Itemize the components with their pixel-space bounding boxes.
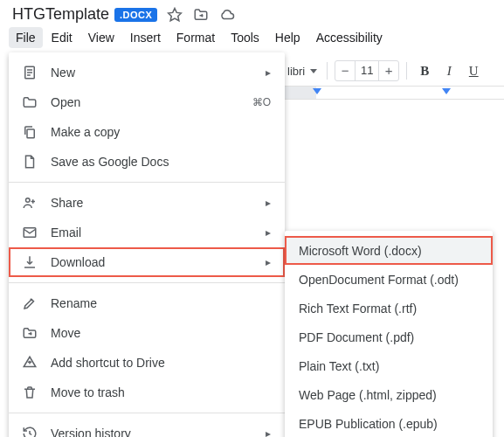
email-icon <box>21 224 38 241</box>
file-menu-version-history[interactable]: Version history ▸ <box>9 419 285 437</box>
ruler[interactable] <box>285 86 504 100</box>
toolbar-divider <box>327 62 328 80</box>
menu-tools[interactable]: Tools <box>224 27 266 48</box>
menu-item-label: Make a copy <box>51 125 271 139</box>
download-option-epub[interactable]: EPUB Publication (.epub) <box>285 409 493 437</box>
submenu-arrow-icon: ▸ <box>266 66 271 79</box>
trash-icon <box>21 384 38 401</box>
file-menu-move[interactable]: Move <box>9 318 285 348</box>
chevron-down-icon <box>310 69 317 73</box>
menu-insert[interactable]: Insert <box>123 27 168 48</box>
menu-item-label: Download <box>51 255 253 269</box>
submenu-item-label: Plain Text (.txt) <box>299 359 379 373</box>
drive-shortcut-icon <box>21 354 38 371</box>
menu-item-label: Share <box>51 196 253 210</box>
file-menu-save-as-google-docs[interactable]: Save as Google Docs <box>9 147 285 177</box>
folder-icon <box>21 94 38 111</box>
file-menu-share[interactable]: Share ▸ <box>9 188 285 218</box>
font-size-value[interactable]: 11 <box>355 61 379 80</box>
menu-separator <box>9 182 285 183</box>
submenu-arrow-icon: ▸ <box>266 226 271 239</box>
file-menu-new[interactable]: New ▸ <box>9 58 285 87</box>
file-menu-make-copy[interactable]: Make a copy <box>9 117 285 147</box>
menu-item-label: Email <box>51 225 253 239</box>
toolbar: libri − 11 + B I U <box>285 58 504 84</box>
pencil-icon <box>21 295 38 312</box>
menu-item-label: Open <box>51 95 240 109</box>
submenu-item-label: Web Page (.html, zipped) <box>299 388 437 402</box>
document-title[interactable]: HTGTemplate <box>12 5 109 24</box>
svg-rect-5 <box>27 129 34 138</box>
submenu-item-label: PDF Document (.pdf) <box>299 330 414 344</box>
keyboard-shortcut: ⌘O <box>252 96 271 108</box>
font-size-increase-button[interactable]: + <box>379 61 398 80</box>
document-icon <box>21 64 38 81</box>
menu-separator <box>9 413 285 413</box>
title-bar: HTGTemplate .DOCX <box>0 0 504 24</box>
menu-help[interactable]: Help <box>268 27 307 48</box>
menu-accessibility[interactable]: Accessibility <box>309 27 390 48</box>
font-size-decrease-button[interactable]: − <box>335 61 355 80</box>
menu-file[interactable]: File <box>9 27 43 48</box>
download-option-docx[interactable]: Microsoft Word (.docx) <box>285 236 493 265</box>
history-icon <box>21 425 38 437</box>
file-menu-open[interactable]: Open ⌘O <box>9 87 285 117</box>
submenu-item-label: EPUB Publication (.epub) <box>299 417 438 431</box>
indent-marker-icon[interactable] <box>313 88 321 94</box>
download-option-txt[interactable]: Plain Text (.txt) <box>285 351 493 380</box>
submenu-arrow-icon: ▸ <box>266 427 271 437</box>
submenu-item-label: OpenDocument Format (.odt) <box>299 273 459 287</box>
file-menu-dropdown: New ▸ Open ⌘O Make a copy Save as Google… <box>9 52 285 437</box>
menu-item-label: Rename <box>51 296 271 310</box>
file-menu-download[interactable]: Download ▸ <box>9 247 285 277</box>
download-option-rtf[interactable]: Rich Text Format (.rtf) <box>285 294 493 323</box>
svg-marker-0 <box>169 8 182 20</box>
menu-separator <box>9 282 285 283</box>
menu-item-label: Move to trash <box>51 385 271 399</box>
file-menu-move-to-trash[interactable]: Move to trash <box>9 378 285 407</box>
menu-item-label: Version history <box>51 427 253 437</box>
underline-button[interactable]: U <box>463 60 484 81</box>
font-size-stepper: − 11 + <box>335 60 399 81</box>
menu-edit[interactable]: Edit <box>45 27 79 48</box>
move-icon <box>21 324 38 342</box>
font-family-selector[interactable]: libri <box>285 62 320 80</box>
download-option-pdf[interactable]: PDF Document (.pdf) <box>285 323 493 351</box>
menu-item-label: Save as Google Docs <box>51 155 271 169</box>
file-menu-rename[interactable]: Rename <box>9 288 285 318</box>
italic-button[interactable]: I <box>438 60 459 81</box>
file-menu-add-shortcut[interactable]: Add shortcut to Drive <box>9 348 285 378</box>
toolbar-divider <box>406 62 407 80</box>
cloud-status-icon[interactable] <box>218 6 236 24</box>
submenu-item-label: Microsoft Word (.docx) <box>299 244 422 258</box>
menu-format[interactable]: Format <box>169 27 222 48</box>
download-option-odt[interactable]: OpenDocument Format (.odt) <box>285 265 493 294</box>
submenu-arrow-icon: ▸ <box>266 197 271 209</box>
download-icon <box>21 253 38 271</box>
menu-bar: File Edit View Insert Format Tools Help … <box>0 24 504 52</box>
copy-icon <box>21 123 38 141</box>
right-indent-marker-icon[interactable] <box>442 88 451 94</box>
svg-point-6 <box>26 198 31 203</box>
submenu-item-label: Rich Text Format (.rtf) <box>299 302 417 316</box>
docx-badge: .DOCX <box>114 8 157 22</box>
menu-item-label: Move <box>51 326 271 340</box>
move-folder-icon[interactable] <box>192 6 210 24</box>
bold-button[interactable]: B <box>414 60 435 81</box>
google-docs-icon <box>21 153 38 170</box>
submenu-arrow-icon: ▸ <box>266 256 271 268</box>
file-menu-email[interactable]: Email ▸ <box>9 218 285 247</box>
ruler-margin-shade <box>285 87 316 99</box>
star-icon[interactable] <box>166 6 183 24</box>
menu-item-label: Add shortcut to Drive <box>51 356 271 370</box>
download-submenu: Microsoft Word (.docx) OpenDocument Form… <box>285 231 493 437</box>
menu-item-label: New <box>51 66 253 80</box>
download-option-html[interactable]: Web Page (.html, zipped) <box>285 380 493 409</box>
share-icon <box>21 194 38 212</box>
font-family-label: libri <box>287 65 305 78</box>
menu-view[interactable]: View <box>81 27 121 48</box>
